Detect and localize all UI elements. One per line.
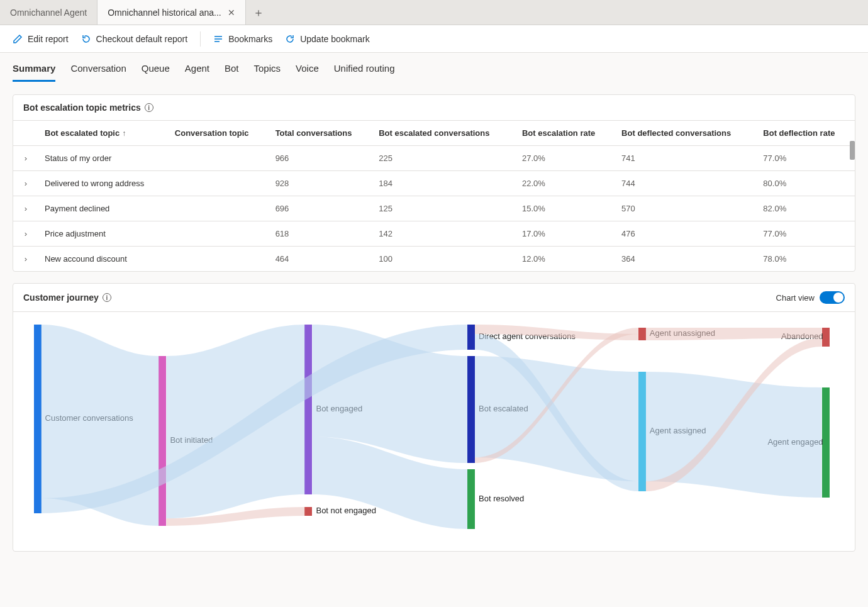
chart-view-toggle-wrap: Chart view — [776, 291, 845, 304]
tab-agent[interactable]: Agent — [185, 60, 209, 82]
cell-conv-topic — [169, 146, 269, 171]
content-area: Bot escalation topic metrics i Bot escal… — [0, 82, 868, 564]
sankey-node-agent_unassigned[interactable] — [638, 328, 646, 340]
sankey-flow-bot_escalated-to-agent_unassigned — [475, 328, 638, 463]
cell-total: 696 — [269, 196, 373, 221]
cell-total: 618 — [269, 221, 373, 247]
tab-voice[interactable]: Voice — [296, 60, 319, 82]
tab-topics[interactable]: Topics — [254, 60, 281, 82]
sankey-node-bot_engaged[interactable] — [304, 325, 312, 494]
report-tab-strip: Summary Conversation Queue Agent Bot Top… — [0, 53, 868, 82]
expand-row-button[interactable]: › — [13, 247, 38, 272]
bookmarks-button[interactable]: Bookmarks — [213, 34, 272, 44]
table-row[interactable]: ›Price adjustment61814217.0%47677.0% — [13, 221, 855, 247]
card-title: Bot escalation topic metrics i — [23, 103, 153, 113]
cell-conv-topic — [169, 196, 269, 221]
info-icon[interactable]: i — [103, 293, 111, 302]
sankey-node-agent_assigned[interactable] — [638, 372, 646, 491]
cell-defl-rate: 82.0% — [757, 196, 855, 221]
cell-esc-rate: 22.0% — [516, 171, 615, 196]
toggle-knob — [833, 292, 843, 303]
cell-topic: Delivered to wrong address — [38, 171, 169, 196]
col-bot-escalated-conversations[interactable]: Bot escalated conversations — [372, 121, 516, 146]
checkout-default-report-button[interactable]: Checkout default report — [81, 34, 188, 44]
cmd-label: Bookmarks — [228, 34, 272, 44]
expand-row-button[interactable]: › — [13, 196, 38, 221]
table-header-row: Bot escalated topic↑ Conversation topic … — [13, 121, 855, 146]
card-title-text: Bot escalation topic metrics — [23, 103, 141, 113]
chevron-right-icon: › — [25, 254, 27, 264]
table-row[interactable]: ›New accound discount46410012.0%36478.0% — [13, 247, 855, 272]
col-total-conversations[interactable]: Total conversations — [269, 121, 373, 146]
cell-topic: Price adjustment — [38, 221, 169, 247]
sankey-label-bot_engaged: Bot engaged — [316, 404, 362, 413]
expand-row-button[interactable]: › — [13, 146, 38, 171]
expand-row-button[interactable]: › — [13, 221, 38, 247]
sankey-flow-bot_initiated-to-bot_not_engaged — [166, 507, 304, 526]
tab-summary[interactable]: Summary — [13, 60, 55, 82]
window-tab-omnichannel-agent[interactable]: Omnichannel Agent — [0, 0, 97, 25]
sankey-node-bot_initiated[interactable] — [159, 356, 166, 526]
cell-escalated: 100 — [372, 247, 516, 272]
card-header: Bot escalation topic metrics i — [13, 95, 855, 121]
cell-topic: New accound discount — [38, 247, 169, 272]
cell-esc-rate: 17.0% — [516, 221, 615, 247]
pencil-icon — [13, 34, 23, 44]
refresh-icon — [285, 34, 295, 44]
new-tab-button[interactable]: ＋ — [246, 0, 271, 25]
sankey-label-agent_engaged: Agent engaged — [767, 437, 823, 447]
table-row[interactable]: ›Status of my order96622527.0%74177.0% — [13, 146, 855, 171]
chevron-right-icon: › — [25, 229, 27, 238]
col-conversation-topic[interactable]: Conversation topic — [169, 121, 269, 146]
tab-unified-routing[interactable]: Unified routing — [334, 60, 395, 82]
expand-row-button[interactable]: › — [13, 171, 38, 196]
tab-queue[interactable]: Queue — [142, 60, 170, 82]
bot-escalation-metrics-card: Bot escalation topic metrics i Bot escal… — [13, 94, 855, 272]
sankey-node-bot_resolved[interactable] — [467, 469, 475, 529]
sankey-node-customer[interactable] — [34, 325, 42, 513]
chart-view-toggle[interactable] — [820, 291, 845, 304]
col-bot-deflection-rate[interactable]: Bot deflection rate — [757, 121, 855, 146]
sankey-label-bot_not_engaged: Bot not engaged — [316, 506, 376, 515]
customer-journey-card: Customer journey i Chart view Customer c… — [13, 283, 855, 552]
info-icon[interactable]: i — [145, 103, 153, 112]
close-icon[interactable]: ✕ — [228, 8, 235, 18]
cell-topic: Payment declined — [38, 196, 169, 221]
cell-defl-rate: 80.0% — [757, 171, 855, 196]
cell-esc-rate: 15.0% — [516, 196, 615, 221]
col-bot-deflected-conversations[interactable]: Bot deflected conversations — [615, 121, 757, 146]
sankey-flow-agent_assigned-to-abandoned — [646, 338, 822, 491]
sankey-label-abandoned: Abandoned — [781, 331, 823, 341]
edit-report-button[interactable]: Edit report — [13, 34, 69, 44]
sankey-flow-bot_escalated-to-agent_assigned — [475, 356, 638, 481]
sankey-node-direct_agent[interactable] — [467, 325, 475, 350]
cell-conv-topic — [169, 247, 269, 272]
table-row[interactable]: ›Delivered to wrong address92818422.0%74… — [13, 171, 855, 196]
cmd-label: Update bookmark — [300, 34, 370, 44]
cell-total: 464 — [269, 247, 373, 272]
sankey-node-bot_not_engaged[interactable] — [304, 507, 312, 516]
scrollbar-thumb[interactable] — [850, 141, 855, 160]
sort-ascending-icon: ↑ — [122, 129, 126, 138]
metrics-table: Bot escalated topic↑ Conversation topic … — [13, 121, 855, 271]
cell-deflected: 476 — [615, 221, 757, 247]
tab-bot[interactable]: Bot — [225, 60, 239, 82]
sankey-node-bot_escalated[interactable] — [467, 356, 475, 463]
col-bot-escalation-rate[interactable]: Bot escalation rate — [516, 121, 615, 146]
sankey-label-agent_unassigned: Agent unassigned — [650, 328, 715, 338]
cell-conv-topic — [169, 171, 269, 196]
update-bookmark-button[interactable]: Update bookmark — [285, 34, 370, 44]
card-header: Customer journey i Chart view — [13, 284, 855, 312]
sankey-label-customer: Customer conversations — [45, 413, 133, 423]
sankey-flow-bot_initiated-to-bot_engaged — [166, 325, 304, 518]
cell-conv-topic — [169, 221, 269, 247]
sankey-label-bot_resolved: Bot resolved — [479, 494, 524, 503]
card-title-text: Customer journey — [23, 292, 99, 303]
table-row[interactable]: ›Payment declined69612515.0%57082.0% — [13, 196, 855, 221]
cell-escalated: 184 — [372, 171, 516, 196]
tab-conversation[interactable]: Conversation — [70, 60, 126, 82]
reset-icon — [81, 34, 91, 44]
window-tab-omnichannel-historical[interactable]: Omnichannel historical ana... ✕ — [97, 0, 246, 25]
sankey-label-direct_agent: Direct agent conversations — [479, 331, 576, 341]
col-escalated-topic[interactable]: Bot escalated topic↑ — [38, 121, 169, 146]
